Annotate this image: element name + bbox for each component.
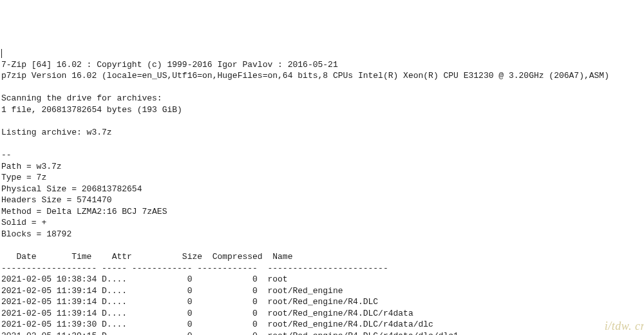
meta-path: Path = w3.7z (1, 162, 62, 171)
scan-line-1: Scanning the drive for archives: (1, 93, 162, 103)
meta-blocks: Blocks = 18792 (1, 229, 71, 239)
header-line-2: p7zip Version 16.02 (locale=en_US,Utf16=… (1, 71, 609, 81)
table-body: 2021-02-05 10:38:34 D.... 0 0 root 2021-… (1, 274, 643, 335)
table-header: Date Time Attr Size Compressed Name (1, 252, 292, 262)
meta-physical-size: Physical Size = 206813782654 (1, 184, 142, 194)
scan-line-2: 1 file, 206813782654 bytes (193 GiB) (1, 105, 182, 115)
watermark-text: i/tdw. cr (605, 318, 644, 334)
meta-headers-size: Headers Size = 5741470 (1, 195, 112, 205)
text-cursor (1, 49, 2, 58)
header-line-1: 7-Zip [64] 16.02 : Copyright (c) 1999-20… (1, 60, 338, 70)
listing-line: Listing archive: w3.7z (1, 128, 112, 137)
meta-method: Method = Delta LZMA2:16 BCJ 7zAES (1, 207, 167, 216)
table-separator: ------------------- ----- ------------ -… (1, 263, 388, 273)
meta-type: Type = 7z (1, 173, 46, 182)
dashes: -- (1, 150, 12, 160)
meta-solid: Solid = + (1, 218, 46, 227)
